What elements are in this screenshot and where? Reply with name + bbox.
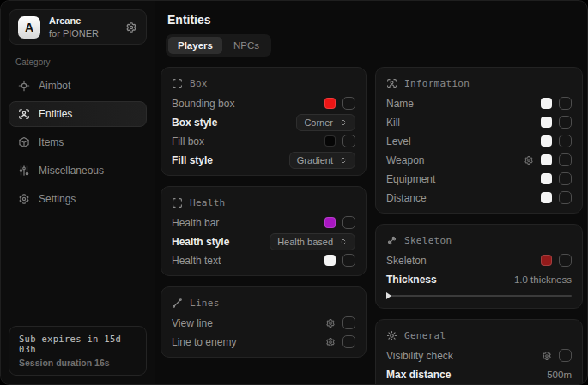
panel-general: GeneralVisibility checkMax distance500m	[375, 319, 583, 385]
box-style-dropdown[interactable]: Corner	[296, 114, 355, 131]
row-distance: Distance	[386, 191, 572, 204]
equipment-checkbox[interactable]	[559, 172, 572, 185]
row-controls: Gradient	[289, 152, 355, 169]
panel-header-information: Information	[386, 76, 572, 91]
color-swatch[interactable]	[541, 255, 552, 266]
weapon-checkbox[interactable]	[559, 153, 572, 166]
color-swatch[interactable]	[541, 117, 552, 128]
row-equipment: Equipment	[386, 172, 572, 185]
row-controls: Corner	[296, 114, 355, 131]
right-column: InformationNameKillLevelWeaponEquipmentD…	[375, 67, 583, 385]
tab-npcs[interactable]: NPCs	[224, 37, 269, 54]
tab-players[interactable]: Players	[168, 37, 222, 54]
row-kill: Kill	[386, 116, 572, 129]
panel-title: General	[404, 330, 446, 341]
name-checkbox[interactable]	[559, 97, 572, 110]
sidebar-item-miscellaneous[interactable]: Miscellaneous	[9, 158, 147, 183]
row-controls	[324, 135, 355, 147]
fill-box-checkbox[interactable]	[342, 135, 355, 147]
visibility-check-checkbox[interactable]	[559, 349, 572, 362]
color-swatch[interactable]	[541, 135, 552, 147]
slider-handle[interactable]	[386, 292, 391, 299]
row-label-equipment: Equipment	[386, 173, 435, 185]
sidebar-item-label: Items	[39, 136, 64, 148]
row-label-health-bar: Health bar	[172, 217, 219, 229]
row-controls	[324, 254, 355, 267]
dropdown-value: Gradient	[297, 155, 333, 165]
distance-checkbox[interactable]	[559, 191, 572, 204]
color-swatch[interactable]	[324, 255, 336, 266]
thickness-value: 1.0 thickness	[514, 274, 572, 285]
health-style-dropdown[interactable]: Health based	[270, 233, 355, 250]
color-swatch[interactable]	[541, 98, 552, 109]
brand-card: A Arcane for PIONER	[9, 9, 147, 45]
main-content: Entities PlayersNPCs BoxBounding boxBox …	[155, 1, 588, 384]
bounding-box-checkbox[interactable]	[342, 97, 355, 110]
row-controls: 500m	[547, 370, 572, 380]
dropdown-value: Corner	[304, 117, 333, 128]
row-controls	[541, 116, 572, 129]
row-name: Name	[386, 97, 572, 110]
slider-track[interactable]	[386, 295, 572, 297]
row-fill-box: Fill box	[172, 135, 355, 147]
row-health-style: Health styleHealth based	[172, 235, 355, 248]
row-label-bounding-box: Bounding box	[172, 98, 234, 110]
health-bar-checkbox[interactable]	[342, 216, 355, 229]
row-max-distance: Max distance500m	[386, 368, 572, 381]
color-swatch[interactable]	[541, 192, 552, 203]
sidebar-item-label: Settings	[39, 193, 76, 205]
row-label-visibility-check: Visibility check	[386, 350, 453, 362]
color-swatch[interactable]	[541, 154, 552, 165]
health-text-checkbox[interactable]	[342, 254, 355, 267]
panel-health: HealthHealth barHealth styleHealth based…	[161, 186, 367, 276]
skeleton-checkbox[interactable]	[559, 254, 572, 267]
panel-title: Box	[190, 78, 208, 89]
row-controls	[541, 254, 572, 267]
gear-icon[interactable]	[542, 351, 552, 361]
row-label-name: Name	[386, 98, 414, 110]
gear-icon[interactable]	[524, 155, 534, 165]
row-label-level: Level	[386, 135, 411, 147]
row-label-kill: Kill	[386, 117, 400, 129]
row-controls	[325, 335, 355, 348]
sidebar-nav: AimbotEntitiesItemsMiscellaneousSettings	[1, 70, 155, 212]
gear-icon[interactable]	[325, 318, 336, 328]
gear-icon[interactable]	[325, 337, 336, 347]
thickness-slider[interactable]	[386, 292, 572, 299]
row-controls	[324, 216, 355, 229]
panel-title: Lines	[190, 298, 220, 309]
kill-checkbox[interactable]	[559, 116, 572, 129]
row-controls	[541, 97, 572, 110]
panel-lines: LinesView lineLine to enemy	[161, 286, 367, 358]
category-label: Category	[15, 57, 155, 67]
dropdown-value: Health based	[277, 237, 333, 247]
sidebar-item-entities[interactable]: Entities	[9, 101, 147, 127]
color-swatch[interactable]	[541, 173, 552, 184]
row-label-fill-box: Fill box	[172, 135, 204, 147]
row-visibility-check: Visibility check	[386, 349, 572, 362]
row-label-distance: Distance	[386, 192, 427, 204]
sidebar-item-items[interactable]: Items	[9, 129, 147, 155]
level-checkbox[interactable]	[559, 135, 572, 147]
sidebar-item-label: Miscellaneous	[39, 165, 104, 177]
row-controls	[324, 97, 355, 110]
sidebar-item-aimbot[interactable]: Aimbot	[9, 73, 147, 99]
color-swatch[interactable]	[324, 217, 336, 228]
row-health-text: Health text	[172, 254, 355, 267]
row-label-health-style: Health style	[172, 236, 229, 248]
view-line-checkbox[interactable]	[342, 316, 355, 329]
panel-box: BoxBounding boxBox styleCornerFill boxFi…	[161, 67, 367, 176]
row-label-health-text: Health text	[172, 255, 221, 267]
bone-icon	[386, 235, 397, 246]
row-label-fill-style: Fill style	[172, 154, 213, 166]
color-swatch[interactable]	[324, 98, 336, 109]
panel-header-skeleton: Skeleton	[386, 233, 572, 248]
sidebar-item-settings[interactable]: Settings	[9, 186, 147, 212]
color-swatch[interactable]	[324, 135, 336, 147]
fill-style-dropdown[interactable]: Gradient	[289, 152, 355, 169]
gear-icon[interactable]	[125, 21, 137, 33]
panel-header-lines: Lines	[172, 296, 355, 310]
row-label-max-distance: Max distance	[386, 369, 451, 381]
row-line-to-enemy: Line to enemy	[172, 335, 355, 348]
line-to-enemy-checkbox[interactable]	[342, 335, 355, 348]
